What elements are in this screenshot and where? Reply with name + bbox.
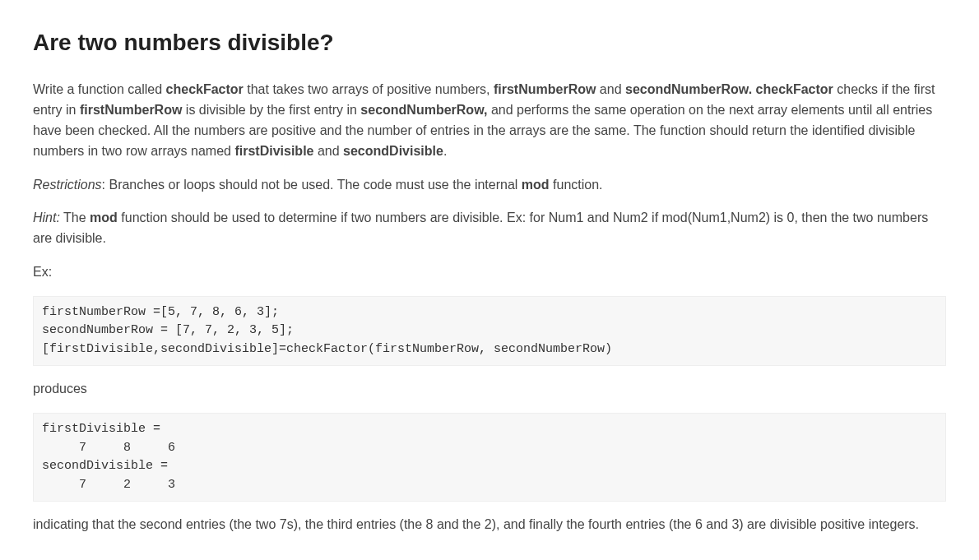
example-label: Ex: <box>33 262 946 283</box>
text: and <box>596 82 625 96</box>
text: function should be used to determine if … <box>33 211 928 245</box>
bold-term: mod <box>522 178 550 192</box>
text: The <box>60 211 90 224</box>
bold-term: firstNumberRow <box>80 103 182 117</box>
text: that takes two arrays of positive number… <box>244 82 494 96</box>
text: is divisible by the first entry in <box>182 103 360 117</box>
restrictions-paragraph: Restrictions: Branches or loops should n… <box>33 175 946 196</box>
conclusion-paragraph: indicating that the second entries (the … <box>33 515 946 535</box>
text: function. <box>550 178 603 192</box>
hint-paragraph: Hint: The mod function should be used to… <box>33 208 946 249</box>
page-title: Are two numbers divisible? <box>33 25 946 60</box>
bold-term: firstNumberRow <box>494 82 596 96</box>
text: . <box>443 144 447 158</box>
bold-term: checkFactor <box>166 82 244 96</box>
bold-term: firstDivisible <box>234 144 313 158</box>
text: Write a function called <box>33 82 166 96</box>
text: : Branches or loops should not be used. … <box>102 178 522 192</box>
code-block-output: firstDivisible = 7 8 6 secondDivisible =… <box>33 413 946 502</box>
produces-label: produces <box>33 379 946 400</box>
text: and <box>313 144 343 158</box>
italic-label: Restrictions <box>33 178 102 192</box>
document-body: Are two numbers divisible? Write a funct… <box>33 25 946 535</box>
code-block-input: firstNumberRow =[5, 7, 8, 6, 3]; secondN… <box>33 296 946 367</box>
bold-term: mod <box>90 211 118 224</box>
bold-term: secondNumberRow, <box>360 103 487 117</box>
bold-term: secondNumberRow. checkFactor <box>625 82 833 96</box>
bold-term: secondDivisible <box>343 144 443 158</box>
intro-paragraph: Write a function called checkFactor that… <box>33 80 946 161</box>
italic-label: Hint: <box>33 211 60 224</box>
